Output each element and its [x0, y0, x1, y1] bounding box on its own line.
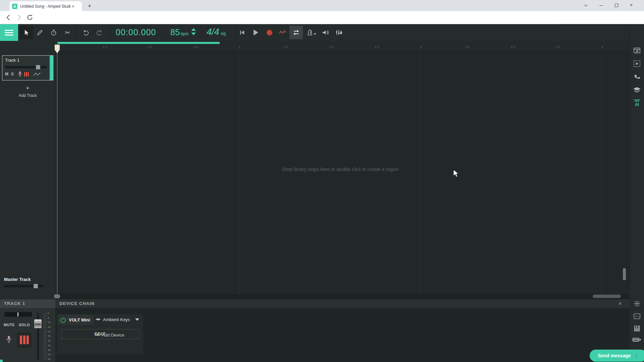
bottom-track-header: TRACK 1	[0, 299, 55, 308]
snap-settings-button[interactable]	[332, 26, 345, 39]
undo-button[interactable]	[79, 26, 93, 39]
track-volume-knob[interactable]	[36, 65, 40, 69]
window-close-button[interactable]: ×	[625, 0, 638, 10]
metronome-button[interactable]	[305, 26, 318, 39]
metronome-icon	[307, 29, 313, 36]
track-mic-icon[interactable]	[18, 71, 22, 77]
tab-search-icon[interactable]	[579, 0, 592, 10]
redo-button[interactable]	[93, 26, 106, 39]
horizontal-scrollbar[interactable]	[55, 294, 629, 299]
preset-prev-next-icon[interactable]: ◀▶	[96, 317, 101, 321]
learn-button[interactable]	[632, 85, 642, 95]
track-name[interactable]: Track 1	[5, 58, 19, 63]
timer-tool-button[interactable]	[47, 26, 60, 39]
plugins-button[interactable]	[632, 299, 642, 308]
mouse-cursor	[453, 169, 460, 178]
screen: A Untitled Song - Amped Studio × + × app…	[0, 0, 644, 362]
phone-icon	[633, 73, 641, 80]
hamburger-menu-button[interactable]	[0, 24, 18, 41]
ruler-tick: 1.3	[148, 45, 152, 49]
send-message-button[interactable]: Send message ⋮	[590, 350, 644, 362]
device-power-icon[interactable]	[60, 317, 66, 323]
pan-slider[interactable]	[4, 312, 32, 317]
add-track-button[interactable]: + Add Track	[0, 84, 55, 98]
back-icon[interactable]	[4, 13, 13, 22]
solo-label[interactable]: SOLO	[19, 323, 30, 327]
scrollbar-left-handle[interactable]	[54, 294, 60, 298]
add-device-label: Add Device	[102, 333, 124, 338]
playhead-line	[57, 52, 57, 294]
scissors-tool-button[interactable]: ✂	[61, 26, 74, 39]
skip-to-start-button[interactable]	[235, 26, 249, 39]
right-sidebar: AI	[629, 24, 644, 362]
master-volume-knob[interactable]	[34, 284, 38, 288]
reload-icon[interactable]	[25, 13, 34, 22]
browser-tab[interactable]: A Untitled Song - Amped Studio ×	[9, 1, 82, 11]
window-minimize-button[interactable]	[594, 0, 608, 10]
forward-icon[interactable]	[15, 13, 23, 22]
monitor-panel-button[interactable]	[632, 312, 642, 321]
level-meter-scale: 06 1218 2430 3642 4854 60	[48, 312, 54, 361]
contact-support-button[interactable]	[632, 72, 642, 81]
bpm-down-icon[interactable]	[191, 33, 196, 35]
effects-chain-button[interactable]	[632, 335, 642, 345]
track-instrument-icon[interactable]	[23, 71, 30, 77]
monitor-speaker-button[interactable]	[319, 26, 332, 39]
bpm-up-icon[interactable]	[191, 28, 196, 31]
chat-more-icon: ⋮	[634, 353, 639, 358]
bpm-value: 85	[170, 27, 180, 37]
mute-label[interactable]: MUTE	[4, 323, 15, 327]
video-tutorials-button[interactable]	[632, 59, 642, 68]
time-display[interactable]: 00:00.000	[116, 27, 158, 37]
play-button[interactable]	[249, 26, 263, 39]
record-button[interactable]	[263, 26, 276, 39]
volume-fader-knob[interactable]	[34, 319, 42, 328]
device-title-segment[interactable]: VOLT Mini	[58, 315, 93, 325]
device-chain-close-icon[interactable]: ×	[616, 300, 624, 307]
record-arm-mic-icon[interactable]	[6, 336, 12, 344]
loops-box-icon	[633, 47, 641, 54]
track-header-card[interactable]: Track 1 M S	[2, 55, 53, 80]
app-toolbar: ✂ 00:00.000 85bpm 4/4sig	[0, 24, 644, 41]
vertical-scrollbar-thumb[interactable]	[623, 268, 626, 280]
browser-tab-bar: A Untitled Song - Amped Studio × + ×	[0, 0, 644, 11]
track-volume-slider[interactable]	[5, 66, 47, 68]
site-favicon: A	[12, 4, 17, 9]
cursor-tool-button[interactable]	[19, 26, 33, 39]
preset-name[interactable]: Ambient Keys	[103, 317, 130, 322]
loop-button[interactable]	[289, 26, 303, 39]
ruler-tick: 3	[420, 45, 422, 49]
ruler-tick: 2.4	[375, 45, 379, 49]
bpm-stepper[interactable]	[191, 28, 196, 35]
track-solo-button[interactable]: S	[11, 72, 14, 76]
signature-label: sig	[221, 31, 226, 36]
loops-library-button[interactable]	[632, 46, 642, 55]
new-tab-button[interactable]: +	[86, 2, 94, 10]
device-chain-header: DEVICE CHAIN	[55, 299, 629, 308]
loop-region-bar[interactable]	[57, 42, 220, 44]
window-maximize-button[interactable]	[610, 0, 623, 10]
empty-canvas-hint: Drop library loops here or double click …	[267, 167, 414, 172]
piano-keyboard-button[interactable]	[632, 324, 642, 333]
add-track-label: Add Track	[0, 93, 55, 98]
add-device-button[interactable]: + Add Device	[96, 331, 124, 338]
pencil-tool-button[interactable]	[33, 26, 47, 39]
track-mute-button[interactable]: M	[5, 72, 8, 76]
ai-assistant-button[interactable]: AI	[632, 99, 642, 108]
pan-knob[interactable]	[17, 312, 18, 316]
scrollbar-right-handle[interactable]	[593, 295, 621, 298]
master-volume-slider[interactable]	[4, 285, 44, 287]
timeline-ruler[interactable]: 1.2 1.3 1.4 2 2.2 2.3 2.4 3 3.2 3.3 3.4 …	[55, 41, 629, 52]
tab-close-icon[interactable]: ×	[72, 4, 74, 9]
bpm-display[interactable]: 85bpm	[170, 27, 189, 37]
ruler-tick: 4	[601, 45, 603, 49]
master-track-label: Master Track	[4, 277, 31, 282]
input-monitor-button[interactable]	[276, 26, 289, 39]
time-signature-display[interactable]: 4/4sig	[207, 27, 226, 37]
track-automation-icon[interactable]	[33, 72, 41, 76]
browser-nav-bar: app.ampedstudio.com/?_gl=1*zkt20c*_ga*MT…	[0, 11, 644, 24]
midi-instrument-icon[interactable]	[17, 332, 32, 348]
track-list-panel: Track 1 M S + Add Track Master Track	[0, 41, 55, 294]
preset-dropdown-icon[interactable]	[135, 318, 139, 321]
arrange-canvas[interactable]: Drop library loops here or double click …	[55, 52, 629, 294]
